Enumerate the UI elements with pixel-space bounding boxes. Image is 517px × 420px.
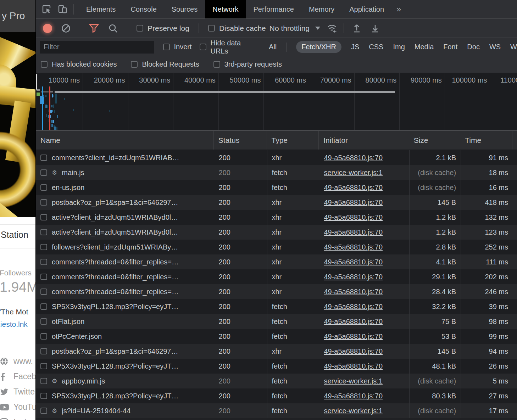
type-filter-doc[interactable]: Doc <box>467 43 480 51</box>
hide-data-urls-label[interactable]: Hide data URLs <box>211 39 260 55</box>
type-filter-w[interactable]: W <box>510 43 517 51</box>
request-name[interactable]: main.js <box>62 169 84 177</box>
type-filter-ws[interactable]: WS <box>489 43 501 51</box>
search-icon[interactable] <box>108 23 118 34</box>
request-name[interactable]: comments?client_id=zdUqm51WRIAB… <box>52 154 179 162</box>
hide-data-urls-checkbox[interactable] <box>200 44 206 50</box>
export-har-icon[interactable] <box>370 23 380 34</box>
network-conditions-icon[interactable] <box>327 23 338 34</box>
request-name[interactable]: comments?threaded=0&filter_replies=… <box>52 288 179 296</box>
social-link-instag[interactable]: Instag <box>0 415 35 420</box>
throttling-select[interactable]: No throttling <box>269 24 320 33</box>
request-name[interactable]: postback?oz_pl=1&spa=1&ci=646297… <box>52 347 178 355</box>
tab-memory[interactable]: Memory <box>301 0 342 18</box>
disable-cache-label[interactable]: Disable cache <box>219 24 266 33</box>
column-header-initiator[interactable]: Initiator <box>319 131 409 150</box>
row-checkbox[interactable] <box>40 244 47 250</box>
tab-console[interactable]: Console <box>123 0 164 18</box>
initiator-link[interactable]: 49-a5a68810.js:70 <box>324 228 383 236</box>
request-name[interactable]: otFlat.json <box>52 318 84 326</box>
blocked-requests-label[interactable]: Blocked Requests <box>142 60 199 68</box>
tab-performance[interactable]: Performance <box>246 0 302 18</box>
has-blocked-cookies-label[interactable]: Has blocked cookies <box>52 60 117 68</box>
tab-more[interactable]: » <box>391 0 406 18</box>
request-name[interactable]: en-us.json <box>52 184 84 192</box>
initiator-link[interactable]: 49-a5a68810.js:70 <box>324 198 383 207</box>
device-toolbar-icon[interactable] <box>57 4 68 15</box>
initiator-link[interactable]: 49-a5a68810.js:70 <box>324 184 383 192</box>
type-filter-css[interactable]: CSS <box>369 43 383 51</box>
table-row[interactable]: ⚙main.js200fetchservice-worker.js:1(disk… <box>36 165 517 180</box>
row-checkbox[interactable] <box>40 363 47 369</box>
column-header-type[interactable]: Type <box>267 131 319 150</box>
table-row[interactable]: SP5X3v3tyqPL.128.mp3?Policy=eyJT…200fetc… <box>36 388 517 403</box>
table-row[interactable]: SP5X3v3tyqPL.128.mp3?Policy=eyJT…200fetc… <box>36 359 517 374</box>
initiator-link[interactable]: 49-a5a68810.js:70 <box>324 273 383 281</box>
disable-cache-checkbox[interactable] <box>208 25 215 32</box>
initiator-link[interactable]: 49-a5a68810.js:70 <box>324 303 383 311</box>
initiator-link[interactable]: 49-a5a68810.js:70 <box>324 347 383 355</box>
invert-checkbox[interactable] <box>163 44 170 50</box>
social-link-youtu[interactable]: YouTu <box>0 399 35 415</box>
row-checkbox[interactable] <box>40 169 47 176</box>
row-checkbox[interactable] <box>40 333 47 340</box>
column-header-size[interactable]: Size <box>409 131 461 150</box>
type-filter-font[interactable]: Font <box>443 43 457 51</box>
row-checkbox[interactable] <box>40 318 47 325</box>
initiator-link[interactable]: service-worker.js:1 <box>324 407 383 415</box>
initiator-link[interactable]: 49-a5a68810.js:70 <box>324 213 383 222</box>
type-filter-fetchxhr[interactable]: Fetch/XHR <box>296 41 341 53</box>
row-checkbox[interactable] <box>40 378 47 384</box>
row-checkbox[interactable] <box>40 155 47 161</box>
initiator-link[interactable]: 49-a5a68810.js:70 <box>324 332 383 341</box>
blocked-requests-checkbox[interactable] <box>131 61 138 68</box>
table-row[interactable]: otPcCenter.json200fetch49-a5a68810.js:70… <box>36 329 517 344</box>
table-row[interactable]: ⚙appboy.min.js200fetchservice-worker.js:… <box>36 374 517 388</box>
row-checkbox[interactable] <box>40 393 47 399</box>
row-checkbox[interactable] <box>40 274 47 280</box>
table-row[interactable]: postback?oz_pl=1&spa=1&ci=646297…200xhr4… <box>36 344 517 359</box>
site-topbar-text[interactable]: y Pro <box>2 10 25 21</box>
tab-sources[interactable]: Sources <box>164 0 205 18</box>
table-row[interactable]: SP5X3v3tyqPL.128.mp3?Policy=eyJT…200fetc… <box>36 299 517 314</box>
table-row[interactable]: comments?threaded=0&filter_replies=…200x… <box>36 284 517 299</box>
row-checkbox[interactable] <box>40 289 47 295</box>
table-row[interactable]: otFlat.json200fetch49-a5a68810.js:7075 B… <box>36 314 517 329</box>
type-filter-img[interactable]: Img <box>393 43 405 51</box>
preserve-log-label[interactable]: Preserve log <box>148 24 189 33</box>
request-name[interactable]: SP5X3v3tyqPL.128.mp3?Policy=eyJT… <box>52 362 178 370</box>
record-button[interactable] <box>43 24 52 33</box>
request-name[interactable]: comments?threaded=0&filter_replies=… <box>52 258 179 266</box>
initiator-link[interactable]: 49-a5a68810.js:70 <box>324 258 383 266</box>
social-link-www[interactable]: www. <box>0 354 35 369</box>
import-har-icon[interactable] <box>352 23 362 34</box>
table-row[interactable]: followers?client_id=zdUqm51WRIABy…200xhr… <box>36 240 517 254</box>
table-row[interactable]: active?client_id=zdUqm51WRIAByd0l…200xhr… <box>36 225 517 240</box>
request-name[interactable]: active?client_id=zdUqm51WRIAByd0l… <box>52 228 178 236</box>
clear-icon[interactable] <box>61 23 71 34</box>
tab-elements[interactable]: Elements <box>79 0 123 18</box>
inspect-element-icon[interactable] <box>41 4 52 15</box>
initiator-link[interactable]: 49-a5a68810.js:70 <box>324 318 383 326</box>
tab-network[interactable]: Network <box>205 0 246 18</box>
station-tab[interactable]: Station <box>1 230 28 240</box>
table-row[interactable]: comments?threaded=0&filter_replies=…200x… <box>36 254 517 269</box>
table-row[interactable]: active?client_id=zdUqm51WRIAByd0l…200xhr… <box>36 210 517 225</box>
social-link-twitte[interactable]: Twitte <box>0 384 35 399</box>
column-header-name[interactable]: Name <box>36 131 214 150</box>
table-row[interactable]: comments?client_id=zdUqm51WRIAB…200xhr49… <box>36 150 517 165</box>
row-checkbox[interactable] <box>40 348 47 354</box>
request-name[interactable]: comments?threaded=0&filter_replies=… <box>52 273 179 281</box>
initiator-link[interactable]: 49-a5a68810.js:70 <box>324 392 383 400</box>
table-row[interactable]: en-us.json200fetch49-a5a68810.js:70(disk… <box>36 180 517 195</box>
row-checkbox[interactable] <box>40 229 47 235</box>
row-checkbox[interactable] <box>40 408 47 414</box>
-rd-party-requests-label[interactable]: 3rd-party requests <box>224 60 282 68</box>
social-link-faceb[interactable]: Faceb <box>0 369 35 384</box>
initiator-link[interactable]: 49-a5a68810.js:70 <box>324 362 383 370</box>
filter-input[interactable] <box>40 41 154 54</box>
column-header-status[interactable]: Status <box>214 131 267 150</box>
row-checkbox[interactable] <box>40 184 47 191</box>
type-filter-media[interactable]: Media <box>415 43 434 51</box>
tab-application[interactable]: Application <box>342 0 391 18</box>
